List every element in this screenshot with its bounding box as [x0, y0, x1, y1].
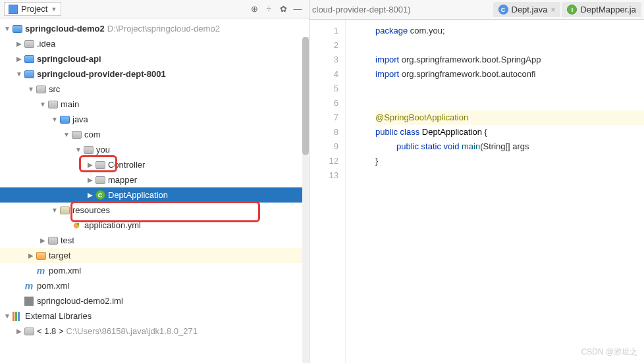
folder-label: test: [61, 235, 74, 245]
tree-row[interactable]: ▼ main: [0, 97, 309, 112]
tree-row[interactable]: ▼ resources: [0, 203, 309, 218]
tree-row[interactable]: ▼ External Libraries: [0, 308, 309, 324]
project-title: Project: [21, 4, 47, 14]
tree-row[interactable]: m pom.xml: [0, 263, 309, 278]
package-icon: [95, 161, 105, 169]
folder-icon: [36, 85, 46, 93]
resources-folder-icon: [60, 206, 70, 214]
module-icon: [24, 70, 34, 78]
chevron-right-icon: ▶: [14, 327, 24, 335]
root-name: springcloud-demo2: [25, 24, 105, 34]
line-number: 7: [309, 110, 345, 125]
file-label: application.yml: [84, 220, 141, 230]
module-icon: [13, 25, 22, 33]
line-number: 8: [309, 125, 345, 139]
tree-row[interactable]: ▼ springcloud-provider-dept-8001: [0, 66, 309, 82]
chevron-right-icon: ▶: [14, 40, 24, 47]
yml-icon: [72, 221, 81, 230]
tab-label: Dept.java: [512, 5, 548, 14]
maven-icon: m: [36, 266, 46, 276]
tab-dept[interactable]: C Dept.java ×: [493, 2, 561, 17]
jdk-label: < 1.8 >: [37, 326, 63, 336]
file-label: springcloud-demo2.iml: [37, 296, 123, 306]
line-number: 13: [309, 168, 345, 183]
gear-icon[interactable]: ✿: [276, 2, 290, 16]
line-number: 2: [309, 38, 345, 53]
folder-label: com: [84, 130, 101, 139]
tree-row-selected[interactable]: ▶ C DeptApplication: [0, 187, 309, 203]
package-icon: [95, 176, 105, 184]
folder-icon: [48, 101, 58, 109]
chevron-down-icon: ▼: [74, 146, 83, 153]
line-number: 4: [309, 67, 345, 82]
breadcrumb-text: cloud-provider-dept-8001): [312, 5, 411, 14]
close-icon[interactable]: ×: [550, 5, 555, 14]
code-editor[interactable]: 1 2 3 4 5 6 7 8 9 12 13 package com.you;…: [309, 20, 644, 363]
chevron-down-icon: ▼: [3, 312, 12, 320]
chevron-down-icon: ▼: [14, 70, 24, 78]
line-number: 5: [309, 82, 345, 96]
collapse-icon[interactable]: ÷: [261, 2, 276, 16]
tab-label: DeptMapper.ja: [580, 5, 636, 14]
maven-icon: m: [24, 281, 34, 291]
project-view-selector[interactable]: Project ▼: [4, 2, 61, 16]
chevron-right-icon: ▶: [38, 237, 47, 244]
scrollbar-thumb[interactable]: [302, 37, 309, 155]
folder-label: .idea: [37, 39, 55, 49]
folder-label: java: [72, 114, 88, 124]
chevron-down-icon: ▼: [50, 206, 59, 214]
tree-row[interactable]: ▶ test: [0, 233, 309, 248]
tree-row[interactable]: ▶ target: [0, 248, 309, 263]
tree-root[interactable]: ▼ springcloud-demo2 D:\Project\springclo…: [0, 21, 309, 36]
project-tree: ▼ springcloud-demo2 D:\Project\springclo…: [0, 18, 309, 363]
locate-icon[interactable]: ⊕: [247, 2, 261, 16]
folder-label: Controller: [108, 160, 145, 170]
folder-label: you: [96, 145, 110, 155]
tree-row[interactable]: ▼ com: [0, 127, 309, 142]
dropdown-arrow-icon: ▼: [51, 6, 57, 12]
chevron-right-icon: ▶: [86, 191, 95, 199]
tree-row[interactable]: ▶ springcloud-api: [0, 51, 309, 66]
jdk-path: C:\Users\86158\.java\jdk1.8.0_271: [66, 326, 197, 336]
project-toolbar: Project ▼ ⊕ ÷ ✿ —: [0, 0, 309, 18]
iml-icon: [24, 297, 34, 306]
tree-row[interactable]: ▼ java: [0, 112, 309, 127]
class-icon: C: [95, 190, 105, 200]
tree-row[interactable]: m pom.xml: [0, 278, 309, 293]
chevron-right-icon: ▶: [14, 55, 24, 62]
tree-row[interactable]: ▶ Controller: [0, 157, 309, 172]
project-icon: [9, 5, 18, 14]
interface-icon: I: [567, 5, 577, 14]
package-icon: [84, 146, 94, 154]
source-folder-icon: [60, 116, 70, 124]
svg-point-1: [77, 222, 80, 225]
tree-row[interactable]: ▶ .idea: [0, 36, 309, 51]
code-area[interactable]: package com.you; import org.springframew…: [346, 20, 644, 363]
editor-tabs: cloud-provider-dept-8001) C Dept.java × …: [309, 0, 644, 20]
libraries-label: External Libraries: [25, 311, 92, 321]
tree-row[interactable]: ▼ src: [0, 82, 309, 97]
scrollbar[interactable]: [302, 37, 309, 363]
folder-label: main: [61, 99, 79, 109]
target-folder-icon: [36, 252, 46, 260]
tree-row[interactable]: ▼ you: [0, 142, 309, 157]
line-number: 6: [309, 96, 345, 110]
tab-deptmapper[interactable]: I DeptMapper.ja: [562, 2, 641, 17]
watermark: CSDN @游坦之: [581, 347, 637, 358]
tree-row[interactable]: application.yml: [0, 218, 309, 233]
line-number: 12: [309, 154, 345, 168]
tree-row[interactable]: ▶ < 1.8 > C:\Users\86158\.java\jdk1.8.0_…: [0, 324, 309, 339]
tree-row[interactable]: springcloud-demo2.iml: [0, 293, 309, 308]
hide-icon[interactable]: —: [290, 2, 305, 16]
chevron-right-icon: ▶: [26, 252, 36, 259]
folder-label: target: [49, 251, 70, 260]
jdk-icon: [24, 327, 34, 335]
chevron-down-icon: ▼: [26, 85, 36, 93]
module-label: springcloud-provider-dept-8001: [37, 69, 166, 79]
module-label: springcloud-api: [37, 54, 101, 64]
tree-row[interactable]: ▶ mapper: [0, 172, 309, 187]
folder-label: src: [49, 84, 60, 94]
package-icon: [72, 131, 82, 139]
chevron-down-icon: ▼: [38, 101, 47, 108]
module-icon: [24, 55, 34, 63]
